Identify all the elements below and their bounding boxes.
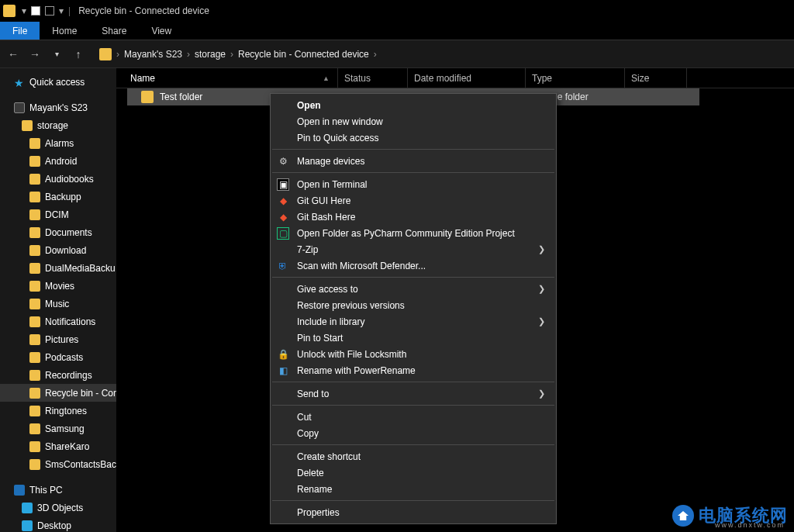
folder-icon: [29, 138, 40, 149]
sidebar-item-label: Recordings: [45, 370, 92, 381]
sidebar-storage[interactable]: storage: [0, 116, 116, 134]
menu-item[interactable]: Delete: [271, 465, 556, 481]
menu-item-label: Give access to: [297, 284, 358, 295]
watermark: 电脑系统网 www.dnxtw.com: [672, 504, 788, 527]
sidebar-this-pc[interactable]: This PC: [0, 481, 116, 499]
tab-view[interactable]: View: [139, 22, 184, 40]
breadcrumb[interactable]: Recycle bin - Connected device: [238, 49, 369, 60]
menu-item[interactable]: ⛨Scan with Microsoft Defender...: [271, 257, 556, 274]
nav-recent-icon[interactable]: ▾: [50, 50, 64, 58]
menu-item[interactable]: ▣Open in Terminal: [271, 176, 556, 192]
menu-item[interactable]: Open: [271, 97, 556, 113]
col-name[interactable]: Name▲: [127, 68, 338, 88]
sidebar-folder[interactable]: Android: [0, 152, 116, 170]
qat-dropdown-icon[interactable]: ▾: [22, 5, 26, 16]
sidebar-folder[interactable]: Audiobooks: [0, 170, 116, 188]
sidebar-folder[interactable]: Recordings: [0, 366, 116, 384]
menu-item[interactable]: Properties: [271, 504, 556, 520]
sidebar-folder[interactable]: Backupp: [0, 188, 116, 206]
folder-icon: [29, 245, 40, 256]
menu-item[interactable]: ◧Rename with PowerRename: [271, 362, 556, 378]
chevron-right-icon[interactable]: ›: [116, 49, 119, 60]
folder-icon: [29, 227, 40, 238]
sidebar-folder[interactable]: Recycle bin - Con: [0, 384, 116, 402]
folder-icon: [29, 441, 40, 452]
tab-home[interactable]: Home: [40, 22, 89, 40]
chevron-right-icon[interactable]: ›: [230, 49, 233, 60]
phone-icon: [14, 102, 25, 113]
sidebar-item-label: SmsContactsBac: [45, 459, 116, 470]
menu-item[interactable]: Create shortcut: [271, 448, 556, 465]
sidebar-folder[interactable]: DCIM: [0, 206, 116, 223]
menu-separator: [272, 149, 554, 150]
col-status[interactable]: Status: [338, 68, 408, 88]
menu-item[interactable]: Pin to Quick access: [271, 130, 556, 146]
chevron-right-icon: ❯: [538, 284, 545, 294]
sidebar-folder[interactable]: Download: [0, 241, 116, 259]
sidebar-folder[interactable]: DualMediaBacku: [0, 259, 116, 277]
menu-item[interactable]: 🔒Unlock with File Locksmith: [271, 346, 556, 362]
sidebar-folder[interactable]: Samsung: [0, 420, 116, 437]
menu-item[interactable]: Include in library❯: [271, 313, 556, 330]
sidebar-3d-objects[interactable]: 3D Objects: [0, 499, 116, 516]
qat-checkbox-1[interactable]: [31, 6, 40, 16]
sidebar-folder[interactable]: Music: [0, 295, 116, 313]
menu-item[interactable]: Rename: [271, 481, 556, 497]
col-type[interactable]: Type: [526, 68, 625, 88]
file-tab[interactable]: File: [0, 22, 40, 40]
sidebar-quick-access[interactable]: ★Quick access: [0, 73, 116, 91]
menu-item[interactable]: Cut: [271, 409, 556, 425]
folder-icon: [29, 281, 40, 292]
menu-item-label: Delete: [297, 468, 324, 478]
tab-share[interactable]: Share: [89, 22, 139, 40]
menu-item[interactable]: Give access to❯: [271, 281, 556, 297]
menu-item[interactable]: Open in new window: [271, 113, 556, 130]
menu-item-label: Rename: [297, 484, 332, 495]
shield-icon: ⛨: [277, 260, 289, 272]
menu-item[interactable]: Copy: [271, 425, 556, 441]
sidebar-device-root[interactable]: Mayank's S23: [0, 98, 116, 116]
sidebar-folder[interactable]: Alarms: [0, 134, 116, 152]
col-size[interactable]: Size: [625, 68, 687, 88]
breadcrumb[interactable]: Mayank's S23: [124, 49, 182, 60]
sidebar: ★Quick access Mayank's S23 storage Alarm…: [0, 68, 116, 532]
folder-icon: [29, 459, 40, 470]
breadcrumb[interactable]: storage: [195, 49, 226, 60]
menu-item[interactable]: Send to❯: [271, 385, 556, 402]
qat-checkbox-2[interactable]: [45, 6, 54, 16]
menu-item-label: Open Folder as PyCharm Community Edition…: [297, 228, 515, 239]
sidebar-folder[interactable]: Podcasts: [0, 348, 116, 366]
chevron-right-icon[interactable]: ›: [374, 49, 377, 60]
qat-overflow-icon[interactable]: ▾: [59, 5, 64, 16]
folder-icon: [29, 423, 40, 434]
folder-icon: [29, 209, 40, 220]
folder-icon: [29, 174, 40, 185]
col-date[interactable]: Date modified: [408, 68, 526, 88]
sidebar-folder[interactable]: SmsContactsBac: [0, 455, 116, 473]
menu-item[interactable]: ◆Git GUI Here: [271, 192, 556, 209]
address-bar[interactable]: › Mayank's S23 › storage › Recycle bin -…: [93, 44, 788, 64]
menu-item[interactable]: Pin to Start: [271, 330, 556, 346]
chevron-right-icon[interactable]: ›: [187, 49, 190, 60]
nav-forward-icon[interactable]: →: [28, 48, 42, 60]
sidebar-item-label: Notifications: [45, 316, 95, 327]
menu-item[interactable]: ▢Open Folder as PyCharm Community Editio…: [271, 225, 556, 241]
folder-icon: [29, 406, 40, 416]
sidebar-item-label: Alarms: [45, 138, 74, 149]
nav-up-icon[interactable]: ↑: [71, 48, 85, 60]
sidebar-folder[interactable]: ShareKaro: [0, 437, 116, 455]
menu-item[interactable]: Restore previous versions: [271, 297, 556, 313]
menu-item[interactable]: ◆Git Bash Here: [271, 209, 556, 225]
term-icon: ▣: [277, 178, 289, 191]
nav-back-icon[interactable]: ←: [6, 48, 20, 60]
sidebar-folder[interactable]: Documents: [0, 223, 116, 241]
sidebar-folder[interactable]: Movies: [0, 277, 116, 295]
folder-icon: [29, 370, 40, 381]
title-separator: |: [68, 5, 71, 16]
menu-item[interactable]: ⚙Manage devices: [271, 153, 556, 169]
menu-item[interactable]: 7-Zip❯: [271, 241, 556, 257]
sidebar-desktop[interactable]: Desktop: [0, 516, 116, 532]
sidebar-folder[interactable]: Notifications: [0, 313, 116, 330]
sidebar-folder[interactable]: Ringtones: [0, 402, 116, 420]
sidebar-folder[interactable]: Pictures: [0, 330, 116, 348]
